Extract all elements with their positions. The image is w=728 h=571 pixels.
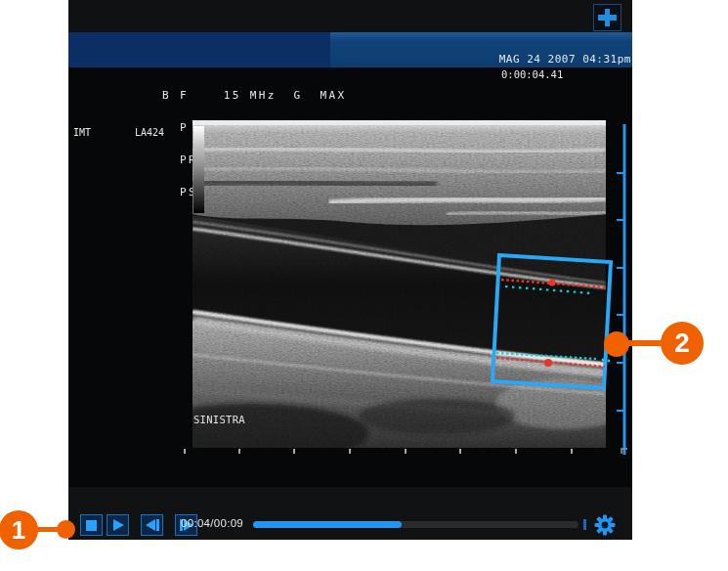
probe-label: LA424 (135, 127, 164, 138)
playback-control-bar: 00:04/00:09 (68, 487, 632, 540)
time-display: 00:04/00:09 (181, 517, 243, 529)
page: MAG 24 2007 04:31pm 0:00:04.41 B F 15 MH… (0, 0, 728, 571)
callout-2-connector (625, 340, 664, 346)
ultrasound-image[interactable]: SINISTRA (193, 120, 606, 448)
stop-button[interactable] (80, 514, 103, 536)
side-label: SINISTRA (193, 414, 245, 425)
depth-scale (617, 124, 624, 455)
callout-1-badge: 1 (0, 510, 38, 549)
callout-2-badge: 2 (661, 322, 704, 365)
seek-bar-end-marker (583, 519, 586, 530)
ultrasound-viewer-window: MAG 24 2007 04:31pm 0:00:04.41 B F 15 MH… (68, 0, 632, 540)
window-top-strip (68, 0, 632, 32)
expand-corner-icon (605, 15, 617, 26)
width-scale-ticks (185, 449, 572, 454)
step-back-icon (146, 519, 159, 531)
gear-icon (594, 514, 616, 536)
clip-timestamp: 0:00:04.41 (501, 68, 563, 80)
speckle-noise (193, 120, 606, 448)
mode-label: IMT (73, 127, 91, 138)
settings-button[interactable] (594, 514, 616, 536)
play-button[interactable] (107, 514, 129, 536)
seek-bar[interactable] (253, 521, 578, 528)
progress-fill (253, 521, 402, 528)
param-line: B F 15 MHz G MAX (162, 90, 346, 101)
callout-2-dot (604, 331, 629, 357)
title-bar: MAG 24 2007 04:31pm (68, 32, 632, 67)
play-icon (113, 519, 124, 531)
grayscale-reference-bar (193, 126, 204, 213)
fullscreen-button[interactable] (593, 4, 621, 31)
scale-corner-mark (621, 449, 627, 454)
title-bar-left-segment (68, 32, 330, 67)
step-back-button[interactable] (141, 514, 163, 536)
exam-datetime: MAG 24 2007 04:31pm (499, 53, 631, 66)
stop-icon (86, 520, 97, 531)
callout-1-dot (57, 520, 75, 539)
